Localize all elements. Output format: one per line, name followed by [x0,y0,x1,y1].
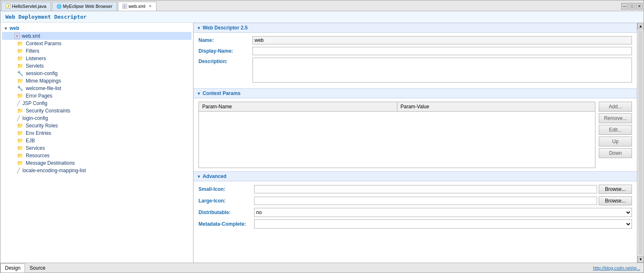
context-params-header-label: Context Params [203,90,240,96]
distributable-select[interactable]: no yes [254,208,632,217]
folder-icon-1: 📁 [17,48,23,54]
web-descriptor-arrow-icon: ▼ [197,26,201,30]
tree-item-16[interactable]: 📁 Message Destinations [2,159,191,167]
advanced-form: Small-Icon: Browse... Large-Icon: Browse… [193,181,637,234]
advanced-header-label: Advanced [203,173,226,179]
tree-label-13: EJB [26,138,35,144]
down-button[interactable]: Down [599,148,632,158]
tree-label-3: Servlets [26,63,44,69]
bottom-tab-source[interactable]: Source [25,263,50,273]
tree-label-6: welcome-file-list [26,85,61,91]
description-textarea-container [252,58,632,83]
table-buttons: Add... Remove... Edit... Up Down [599,102,632,168]
folder-icon-0: 📁 [17,41,23,46]
name-row: Name: [198,36,632,44]
folder-icon-14: 📁 [17,145,23,151]
tree-item-15[interactable]: 📁 Resources [2,152,191,159]
tree-item-12[interactable]: 📁 Env Entries [2,129,191,137]
context-params-section-header[interactable]: ▼ Context Params [193,88,637,98]
spring-icon-6: 🔧 [17,85,23,91]
bottom-tab-source-label: Source [29,265,45,271]
tree-webxml-label: web.xml [22,33,40,39]
right-scroll-container: ▼ Web Descriptor 2.5 Name: Display-Name:… [193,23,637,263]
tree-item-4[interactable]: 🔧 session-config [2,70,191,77]
scroll-thumb[interactable] [638,30,643,255]
tree-label-14: Services [26,145,45,151]
java-file-icon: J [6,4,10,9]
maximize-button[interactable]: □ [629,3,635,10]
description-textarea[interactable] [253,58,632,82]
tree-label-10: login-config [22,115,48,121]
tree-label-8: JSP Config [22,100,47,106]
tree-item-1[interactable]: 📁 Filters [2,47,191,55]
tab-helloservlet-label: HelloServlet.java [12,4,47,9]
tree-item-webxml[interactable]: x web.xml [2,32,191,40]
slash-icon-10: ╱ [17,115,20,121]
context-params-table-section: Param-Name Param-Value Add... Remove... … [193,98,637,171]
tree-item-9[interactable]: 📁 Security Constraints [2,107,191,115]
tree-item-8[interactable]: ╱ JSP Config [2,100,191,107]
tree-root-web[interactable]: ▼ web [2,24,191,32]
large-icon-row: Large-Icon: Browse... [198,196,632,205]
scroll-up-arrow[interactable]: ▲ [637,23,644,29]
context-params-table: Param-Name Param-Value [198,102,595,168]
tree-item-3[interactable]: 📁 Servlets [2,62,191,70]
add-button[interactable]: Add... [599,102,632,112]
bottom-bar: Design Source http://blog.csdn.net/qi... [0,263,644,273]
folder-icon-7: 📁 [17,93,23,99]
page-title: Web Deployment Descriptor [0,11,644,23]
tree-item-7[interactable]: 📁 Error Pages [2,92,191,100]
tree-item-17[interactable]: ╱ locale-encoding-mapping-list [2,167,191,174]
tree-item-0[interactable]: 📁 Context Params [2,40,191,47]
table-header: Param-Name Param-Value [199,102,595,112]
edit-button[interactable]: Edit... [599,125,632,135]
tree-item-13[interactable]: 📁 EJB [2,137,191,144]
bottom-tab-design[interactable]: Design [0,263,25,273]
col-param-name: Param-Name [199,102,397,111]
tree-item-14[interactable]: 📁 Services [2,144,191,152]
small-icon-browse-button[interactable]: Browse... [599,185,632,194]
tree-item-10[interactable]: ╱ login-config [2,115,191,122]
remove-button[interactable]: Remove... [599,113,632,123]
tab-webxml[interactable]: x web.xml ✕ [118,2,157,11]
web-descriptor-section-header[interactable]: ▼ Web Descriptor 2.5 [193,23,637,33]
folder-icon-3: 📁 [17,63,23,69]
right-scrollbar: ▲ ▼ [637,23,644,263]
tree-item-5[interactable]: 📁 Mime Mappings [2,77,191,85]
minimize-button[interactable]: — [621,3,628,10]
advanced-arrow-icon: ▼ [197,174,201,179]
display-name-row: Display-Name: [198,47,632,55]
advanced-section-header[interactable]: ▼ Advanced [193,171,637,181]
small-icon-label: Small-Icon: [198,186,252,192]
status-bar-link[interactable]: http://blog.csdn.net/qi... [593,266,644,271]
tree-label-1: Filters [26,48,39,54]
slash-icon-17: ╱ [17,168,20,173]
display-name-input[interactable] [252,47,632,55]
folder-icon-11: 📁 [17,123,23,129]
display-name-label: Display-Name: [198,48,252,54]
tree-item-11[interactable]: 📁 Security Roles [2,122,191,129]
slash-icon-8: ╱ [17,100,20,106]
tab-browser[interactable]: 🌐 MyEclipse Web Browser [52,2,117,11]
tree-label-15: Resources [26,153,49,158]
tree-label-16: Message Destinations [26,160,75,166]
metadata-complete-label: Metadata-Complete: [198,221,252,227]
up-button[interactable]: Up [599,136,632,146]
large-icon-label: Large-Icon: [198,198,252,204]
tree-item-6[interactable]: 🔧 welcome-file-list [2,85,191,92]
scroll-down-arrow[interactable]: ▼ [637,256,644,263]
tab-helloservlet[interactable]: J HelloServlet.java [1,2,51,11]
name-input[interactable] [252,36,632,44]
close-button[interactable]: ✕ [636,3,643,10]
tab-webxml-close[interactable]: ✕ [149,4,152,8]
metadata-complete-select[interactable] [254,219,632,229]
tree-container: ▼ web x web.xml 📁 Context Params 📁 Filte… [0,23,193,263]
tree-item-2[interactable]: 📁 Listeners [2,55,191,62]
spring-icon-4: 🔧 [17,71,23,76]
large-icon-browse-button[interactable]: Browse... [599,196,632,205]
distributable-label: Distributable: [198,210,252,215]
small-icon-input[interactable] [254,185,597,193]
large-icon-input[interactable] [254,197,597,205]
distributable-row: Distributable: no yes [198,208,632,217]
tab-webxml-label: web.xml [129,4,145,9]
